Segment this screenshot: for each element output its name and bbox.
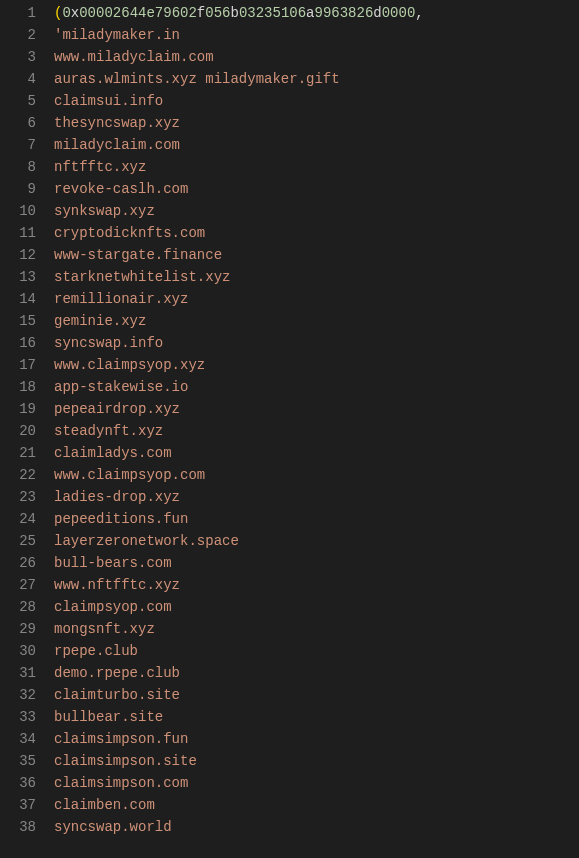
token-string: claimpsyop.com [54, 599, 172, 615]
code-line: starknetwhitelist.xyz [54, 266, 579, 288]
code-line: www.claimpsyop.com [54, 464, 579, 486]
line-number: 27 [10, 574, 36, 596]
line-number: 18 [10, 376, 36, 398]
line-number: 30 [10, 640, 36, 662]
token-string: claimturbo.site [54, 687, 180, 703]
line-number: 36 [10, 772, 36, 794]
line-number: 7 [10, 134, 36, 156]
line-number: 38 [10, 816, 36, 838]
line-number: 16 [10, 332, 36, 354]
token-string: app-stakewise.io [54, 379, 188, 395]
token-string: bullbear.site [54, 709, 163, 725]
line-number: 20 [10, 420, 36, 442]
code-line: claimpsyop.com [54, 596, 579, 618]
code-line: www.claimpsyop.xyz [54, 354, 579, 376]
token-string: synkswap.xyz [54, 203, 155, 219]
code-line: claimsimpson.com [54, 772, 579, 794]
line-number: 5 [10, 90, 36, 112]
token-string: cryptodicknfts.com [54, 225, 205, 241]
token-string: www.claimpsyop.com [54, 467, 205, 483]
code-line: nftfftc.xyz [54, 156, 579, 178]
code-line: claimben.com [54, 794, 579, 816]
code-area[interactable]: (0x00002644e79602f056b03235106a9963826d0… [54, 2, 579, 838]
line-number: 9 [10, 178, 36, 200]
token-string: revoke-caslh.com [54, 181, 188, 197]
code-editor: 1234567891011121314151617181920212223242… [0, 0, 579, 838]
token-string: syncswap.world [54, 819, 172, 835]
token-string: claimben.com [54, 797, 155, 813]
token-string: nftfftc.xyz [54, 159, 146, 175]
code-line: (0x00002644e79602f056b03235106a9963826d0… [54, 2, 579, 24]
code-line: pepeairdrop.xyz [54, 398, 579, 420]
code-line: claimsui.info [54, 90, 579, 112]
token-string: claimladys.com [54, 445, 172, 461]
line-number: 34 [10, 728, 36, 750]
code-line: cryptodicknfts.com [54, 222, 579, 244]
line-number: 29 [10, 618, 36, 640]
token-string: claimsui.info [54, 93, 163, 109]
code-line: miladyclaim.com [54, 134, 579, 156]
code-line: app-stakewise.io [54, 376, 579, 398]
line-number: 32 [10, 684, 36, 706]
code-line: claimsimpson.site [54, 750, 579, 772]
line-number: 33 [10, 706, 36, 728]
code-line: www.miladyclaim.com [54, 46, 579, 68]
token-number: 03235106 [239, 5, 306, 21]
line-number: 11 [10, 222, 36, 244]
code-line: auras.wlmints.xyz miladymaker.gift [54, 68, 579, 90]
code-line: bull-bears.com [54, 552, 579, 574]
token-number: 00002644e79602 [79, 5, 197, 21]
code-line: thesyncswap.xyz [54, 112, 579, 134]
line-number: 1 [10, 2, 36, 24]
token-string: claimsimpson.site [54, 753, 197, 769]
token-string: geminie.xyz [54, 313, 146, 329]
token-string: www-stargate.finance [54, 247, 222, 263]
code-line: claimladys.com [54, 442, 579, 464]
token-string: layerzeronetwork.space [54, 533, 239, 549]
line-number: 4 [10, 68, 36, 90]
token-string: bull-bears.com [54, 555, 172, 571]
token-string: thesyncswap.xyz [54, 115, 180, 131]
token-string: auras.wlmints.xyz miladymaker.gift [54, 71, 340, 87]
code-line: bullbear.site [54, 706, 579, 728]
token-string: 'miladymaker.in [54, 27, 180, 43]
code-line: remillionair.xyz [54, 288, 579, 310]
token-string: www.claimpsyop.xyz [54, 357, 205, 373]
token-string: mongsnft.xyz [54, 621, 155, 637]
line-number: 3 [10, 46, 36, 68]
line-number: 19 [10, 398, 36, 420]
token-comma: , [415, 5, 423, 21]
token-letter: d [373, 5, 381, 21]
line-number: 12 [10, 244, 36, 266]
code-line: 'miladymaker.in [54, 24, 579, 46]
token-string: claimsimpson.com [54, 775, 188, 791]
line-number: 13 [10, 266, 36, 288]
line-number: 10 [10, 200, 36, 222]
line-number: 6 [10, 112, 36, 134]
code-line: ladies-drop.xyz [54, 486, 579, 508]
code-line: geminie.xyz [54, 310, 579, 332]
code-line: syncswap.info [54, 332, 579, 354]
code-line: mongsnft.xyz [54, 618, 579, 640]
line-number: 25 [10, 530, 36, 552]
line-number: 37 [10, 794, 36, 816]
line-number: 21 [10, 442, 36, 464]
code-line: demo.rpepe.club [54, 662, 579, 684]
token-string: demo.rpepe.club [54, 665, 180, 681]
token-string: claimsimpson.fun [54, 731, 188, 747]
line-number-gutter: 1234567891011121314151617181920212223242… [0, 2, 54, 838]
line-number: 2 [10, 24, 36, 46]
line-number: 28 [10, 596, 36, 618]
token-letter: b [230, 5, 238, 21]
line-number: 23 [10, 486, 36, 508]
code-line: syncswap.world [54, 816, 579, 838]
code-line: claimsimpson.fun [54, 728, 579, 750]
token-string: pepeairdrop.xyz [54, 401, 180, 417]
line-number: 17 [10, 354, 36, 376]
token-string: steadynft.xyz [54, 423, 163, 439]
line-number: 31 [10, 662, 36, 684]
token-number: 0000 [382, 5, 416, 21]
token-number: 0 [62, 5, 70, 21]
code-line: synkswap.xyz [54, 200, 579, 222]
token-string: www.miladyclaim.com [54, 49, 214, 65]
